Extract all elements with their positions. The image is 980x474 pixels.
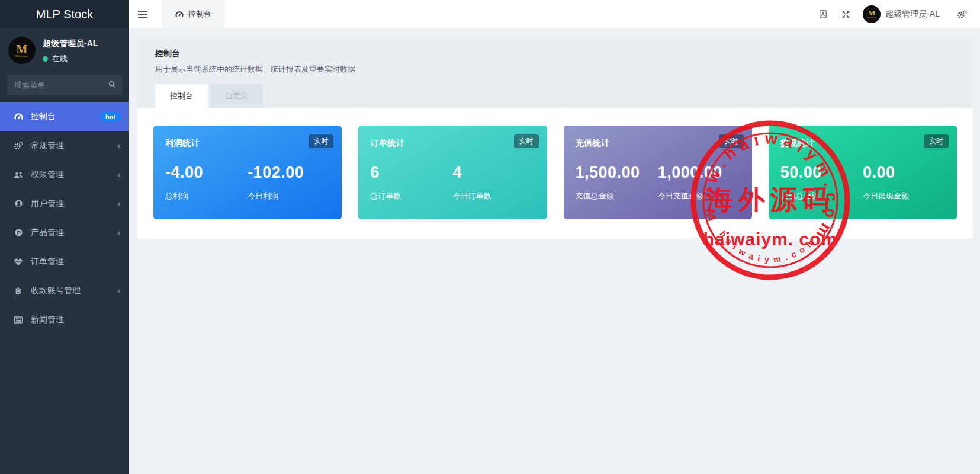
tab-dashboard[interactable]: 控制台 [155, 84, 208, 108]
brand-title: MLP Stock [0, 0, 129, 28]
dashboard-icon [13, 112, 24, 121]
avatar[interactable]: M Millennium [863, 5, 881, 23]
sidebar-item-dashboard[interactable]: 控制台 hot [0, 102, 129, 131]
topbar-tab-dashboard[interactable]: 控制台 [162, 0, 224, 28]
card-title: 利润统计 [165, 137, 330, 149]
online-dot-icon [43, 56, 48, 62]
panel-heading: 控制台 用于展示当前系统中的统计数据、统计报表及重要实时数据 控制台 自定义 [137, 37, 973, 108]
stat-value: -4.00 [165, 164, 248, 182]
sidebar-item-label: 权限管理 [31, 169, 64, 180]
sidebar-item-users[interactable]: 用户管理 ‹ [0, 189, 129, 218]
menu-toggle-icon[interactable] [129, 0, 156, 28]
sidebar-item-orders[interactable]: 订单管理 [0, 247, 129, 276]
stat-label: 总利润 [165, 191, 248, 201]
users-icon [13, 170, 24, 180]
stat-label: 充值总金额 [576, 191, 658, 201]
topbar-user-name[interactable]: 超级管理员-AL [885, 9, 940, 20]
expand-icon[interactable] [834, 0, 857, 28]
sidebar-item-payment-accounts[interactable]: ฿ 收款账号管理 ‹ [0, 276, 129, 305]
sidebar-item-news[interactable]: 新闻管理 [0, 305, 129, 334]
realtime-badge: 实时 [514, 134, 539, 148]
topbar-tab-label: 控制台 [188, 9, 211, 20]
stat-value: 4 [452, 164, 535, 182]
search-input[interactable] [7, 75, 122, 95]
card-title: 充值统计 [576, 137, 740, 149]
user-circle-icon [13, 199, 24, 209]
user-status-label: 在线 [52, 53, 68, 64]
sidebar-item-label: 收款账号管理 [31, 286, 81, 296]
chevron-left-icon: ‹ [117, 286, 121, 296]
sidebar-item-products[interactable]: P 产品管理 ‹ [0, 218, 129, 247]
stat-label: 今日提现金额 [863, 191, 945, 201]
newspaper-icon [13, 315, 24, 325]
baht-icon: ฿ [13, 286, 24, 296]
sidebar-menu: 控制台 hot 常规管理 ‹ 权限管理 ‹ 用户管理 ‹ P [0, 102, 129, 334]
sidebar-item-label: 控制台 [31, 111, 56, 122]
avatar-letter: M [868, 9, 875, 17]
search-icon [108, 80, 116, 91]
stat-label: 今日充值金额 [658, 191, 740, 201]
language-icon[interactable] [812, 0, 834, 28]
stat-value: 1,500.00 [576, 164, 658, 182]
recharge-stat-card: 充值统计 实时 1,500.00充值总金额 1,000.00今日充值金额 [564, 126, 752, 219]
dashboard-icon [175, 10, 184, 18]
chevron-left-icon: ‹ [117, 198, 121, 209]
stat-value: -102.00 [248, 164, 330, 182]
topbar: 控制台 M Millennium 超级管理员-AL [129, 0, 980, 28]
panel-tabs: 控制台 自定义 [155, 84, 955, 108]
stat-value: 0.00 [863, 164, 945, 182]
stat-label: 今日订单数 [452, 191, 535, 201]
profit-stat-card: 利润统计 实时 -4.00总利润 -102.00今日利润 [153, 126, 342, 219]
stat-label: 提现总金额 [780, 191, 863, 201]
sidebar: MLP Stock M Millennium 超级管理员-AL 在线 控制台 h… [0, 0, 129, 474]
tab-custom[interactable]: 自定义 [210, 84, 263, 108]
svg-text:P: P [17, 230, 20, 236]
stat-value: 50.00 [780, 164, 863, 182]
avatar-letter: M [17, 44, 28, 55]
content-area: 控制台 用于展示当前系统中的统计数据、统计报表及重要实时数据 控制台 自定义 利… [129, 28, 980, 474]
page-title: 控制台 [155, 49, 955, 59]
chevron-left-icon: ‹ [117, 228, 121, 238]
realtime-badge: 实时 [719, 134, 744, 148]
user-name: 超级管理员-AL [43, 39, 98, 49]
sidebar-item-label: 新闻管理 [31, 315, 64, 325]
chevron-left-icon: ‹ [117, 140, 121, 150]
sidebar-item-label: 产品管理 [31, 228, 64, 238]
stat-cards: 利润统计 实时 -4.00总利润 -102.00今日利润 订单统计 实时 6总订… [153, 126, 957, 219]
hot-badge: hot [100, 111, 121, 122]
panel-body: 利润统计 实时 -4.00总利润 -102.00今日利润 订单统计 实时 6总订… [137, 108, 973, 239]
dashboard-panel: 控制台 用于展示当前系统中的统计数据、统计报表及重要实时数据 控制台 自定义 利… [137, 37, 973, 239]
chevron-left-icon: ‹ [117, 169, 121, 180]
product-icon: P [13, 228, 24, 238]
heartbeat-icon [13, 257, 24, 267]
realtime-badge: 实时 [309, 134, 333, 148]
cogs-icon [13, 141, 24, 150]
sidebar-item-general[interactable]: 常规管理 ‹ [0, 131, 129, 160]
gears-icon[interactable] [950, 0, 973, 28]
page-subtitle: 用于展示当前系统中的统计数据、统计报表及重要实时数据 [155, 64, 955, 75]
sidebar-item-permissions[interactable]: 权限管理 ‹ [0, 160, 129, 189]
sidebar-item-label: 常规管理 [31, 140, 64, 151]
stat-value: 1,000.00 [658, 164, 740, 182]
stat-value: 6 [370, 164, 452, 182]
orders-stat-card: 订单统计 实时 6总订单数 4今日订单数 [358, 126, 547, 219]
stat-label: 今日利润 [248, 191, 330, 201]
card-title: 订单统计 [370, 137, 535, 149]
avatar-subtext: Millennium [15, 55, 28, 57]
sidebar-item-label: 用户管理 [31, 198, 64, 209]
withdraw-stat-card: 提现统计 实时 50.00提现总金额 0.00今日提现金额 [769, 126, 957, 219]
avatar-subtext: Millennium [867, 17, 876, 19]
stat-label: 总订单数 [370, 191, 452, 201]
user-status: 在线 [43, 53, 98, 64]
avatar: M Millennium [8, 37, 36, 64]
card-title: 提现统计 [780, 137, 945, 149]
realtime-badge: 实时 [924, 134, 949, 148]
sidebar-item-label: 订单管理 [31, 257, 64, 267]
user-panel: M Millennium 超级管理员-AL 在线 [0, 28, 129, 70]
